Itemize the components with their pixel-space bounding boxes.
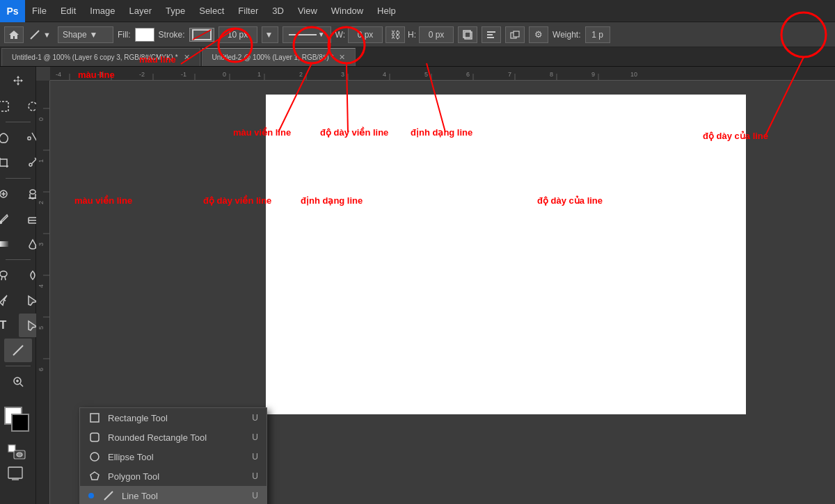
weight-input[interactable]: 1 p — [585, 26, 610, 43]
home-button[interactable] — [4, 26, 24, 43]
svg-text:-1: -1 — [181, 71, 186, 78]
properties-button[interactable]: ⚙ — [529, 26, 548, 43]
tab-close-2[interactable]: ✕ — [339, 53, 345, 62]
ellipse-tool-item[interactable]: Ellipse Tool U — [80, 447, 267, 466]
svg-text:-2: -2 — [139, 71, 145, 78]
height-input[interactable]: 0 px — [419, 26, 454, 43]
menu-layer[interactable]: Layer — [122, 0, 159, 22]
separator-3 — [6, 259, 31, 260]
svg-text:2: 2 — [299, 71, 303, 78]
shape-tool[interactable] — [4, 339, 32, 362]
tab-untitled2[interactable]: Untitled-2 @ 100% (Layer 1, RGB/8#) * ✕ — [202, 48, 356, 66]
svg-text:9: 9 — [591, 71, 595, 78]
svg-text:4: 4 — [38, 284, 45, 288]
rectangular-marquee-tool[interactable] — [0, 95, 17, 118]
w-label: W: — [335, 30, 345, 40]
canvas-area: -4 -3 -2 -1 0 1 2 3 4 5 6 7 8 9 10 — [36, 67, 835, 504]
svg-text:6: 6 — [38, 368, 45, 371]
line-icon — [102, 489, 115, 502]
pen-tool[interactable] — [0, 288, 17, 312]
lasso-tool[interactable] — [0, 126, 17, 149]
svg-text:3: 3 — [341, 71, 344, 78]
svg-text:2: 2 — [38, 201, 45, 204]
svg-rect-9 — [514, 31, 519, 37]
ps-logo: Ps — [0, 0, 25, 22]
stroke-color-picker[interactable] — [189, 28, 214, 42]
svg-rect-7 — [487, 37, 494, 38]
svg-text:7: 7 — [508, 71, 511, 78]
width-input[interactable]: 0 px — [348, 26, 383, 43]
menu-3d[interactable]: 3D — [265, 0, 291, 22]
tabbar: Untitled-1 @ 100% (Layer 6 copy 3, RGB/8… — [0, 47, 835, 67]
svg-rect-23 — [0, 241, 8, 247]
svg-rect-19 — [29, 197, 37, 199]
background-color[interactable] — [11, 414, 29, 432]
rounded-rectangle-tool-item[interactable]: Rounded Rectangle Tool U — [80, 428, 267, 447]
h-label: H: — [408, 30, 416, 40]
line-tool-item[interactable]: Line Tool U — [80, 486, 267, 504]
stroke-label: Stroke: — [159, 30, 185, 40]
rectangle-tool-item[interactable]: Rectangle Tool U — [80, 408, 267, 428]
screen-mode-button[interactable] — [7, 466, 24, 483]
path-ops-button[interactable] — [458, 26, 477, 43]
svg-point-14 — [29, 163, 32, 166]
zoom-tool[interactable] — [4, 370, 32, 393]
svg-point-34 — [17, 453, 22, 457]
text-tool[interactable]: T — [0, 314, 17, 337]
menu-filter[interactable]: Filter — [231, 0, 265, 22]
fill-label: Fill: — [118, 30, 131, 40]
brush-tool[interactable] — [0, 207, 17, 231]
shape-mode-select[interactable]: Shape ▼ — [58, 26, 113, 43]
svg-point-25 — [0, 271, 7, 277]
align-button[interactable] — [482, 26, 501, 43]
fg-bg-colors[interactable] — [4, 407, 32, 434]
menu-type[interactable]: Type — [159, 0, 192, 22]
weight-label: Weight: — [552, 30, 580, 40]
svg-point-20 — [0, 222, 1, 224]
mode-dropdown-arrow[interactable]: ▼ — [43, 31, 51, 39]
polygon-tool-item[interactable]: Polygon Tool U — [80, 466, 267, 486]
crop-tool[interactable] — [0, 151, 17, 174]
svg-line-2 — [193, 30, 211, 40]
svg-rect-5 — [487, 31, 495, 33]
line-style-select[interactable]: ▼ — [283, 26, 331, 43]
svg-text:0: 0 — [223, 71, 226, 78]
menu-view[interactable]: View — [291, 0, 324, 22]
quick-mask-button[interactable] — [7, 444, 26, 462]
arrange-button[interactable] — [505, 26, 525, 43]
fill-color-picker[interactable] — [135, 28, 154, 42]
menu-select[interactable]: Select — [192, 0, 231, 22]
svg-point-84 — [90, 453, 99, 461]
line-style-preview — [289, 34, 317, 35]
active-indicator — [88, 493, 94, 498]
svg-marker-85 — [90, 472, 99, 480]
menu-help[interactable]: Help — [370, 0, 403, 22]
gradient-tool[interactable] — [0, 232, 17, 256]
dodge-tool[interactable] — [0, 263, 17, 287]
svg-text:-3: -3 — [97, 71, 103, 78]
canvas-document[interactable] — [266, 95, 746, 414]
move-tool[interactable] — [4, 70, 32, 93]
shape-tool-flyout: Rectangle Tool U Rounded Rectangle Tool … — [79, 407, 267, 504]
svg-rect-6 — [487, 34, 493, 35]
ruler-left-ticks: 0 1 2 3 4 5 6 — [36, 81, 50, 504]
spot-heal-tool[interactable] — [0, 182, 17, 206]
rectangle-icon — [88, 412, 101, 424]
menu-image[interactable]: Image — [83, 0, 122, 22]
main-area: T — [0, 67, 835, 504]
menu-file[interactable]: File — [25, 0, 54, 22]
svg-text:8: 8 — [550, 71, 553, 78]
menu-window[interactable]: Window — [324, 0, 370, 22]
svg-point-18 — [30, 190, 35, 194]
menu-edit[interactable]: Edit — [54, 0, 83, 22]
svg-rect-82 — [90, 414, 99, 422]
svg-line-0 — [31, 31, 39, 39]
link-dimensions-button[interactable]: ⛓ — [385, 26, 405, 43]
polygon-icon — [88, 470, 101, 482]
svg-text:3: 3 — [38, 243, 45, 246]
ruler-top: -4 -3 -2 -1 0 1 2 3 4 5 6 7 8 9 10 — [50, 67, 835, 81]
stroke-size-dropdown[interactable]: ▼ — [262, 26, 278, 43]
stroke-size-input[interactable]: 10 px — [218, 26, 257, 43]
tab-untitled1[interactable]: Untitled-1 @ 100% (Layer 6 copy 3, RGB/8… — [1, 48, 200, 66]
tab-close-1[interactable]: ✕ — [184, 53, 190, 62]
